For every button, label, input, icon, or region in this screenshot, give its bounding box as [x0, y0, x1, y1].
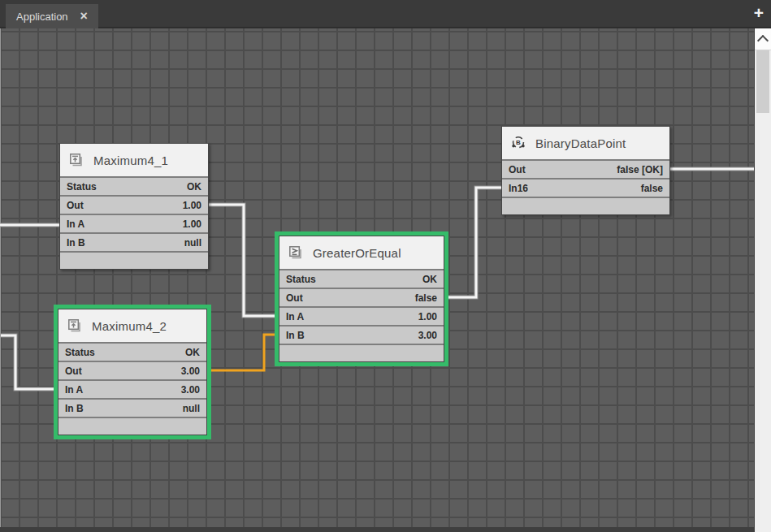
block-title: Maximum4_2	[92, 319, 167, 333]
port-label: In A	[67, 218, 84, 230]
port-label: Out	[67, 200, 84, 211]
maximum-icon	[68, 152, 84, 168]
port-value: false	[641, 183, 663, 194]
block-footer	[58, 418, 206, 435]
port-row-out[interactable]: Out3.00	[58, 362, 206, 381]
new-tab-button[interactable]: +	[754, 1, 764, 25]
port-label: Out	[509, 164, 526, 175]
port-label: In A	[65, 384, 83, 396]
port-row-out[interactable]: Outfalse [OK]	[502, 161, 669, 179]
port-value: null	[184, 237, 201, 249]
block-header[interactable]: Maximum4_1	[60, 144, 208, 178]
greater-or-equal-icon	[288, 244, 304, 261]
port-row-in-b[interactable]: In B3.00	[279, 327, 444, 345]
port-value: 1.00	[418, 311, 437, 322]
block-title: GreaterOrEqual	[313, 246, 401, 260]
port-label: In B	[286, 330, 305, 341]
svg-text:B: B	[516, 139, 521, 146]
port-label: Status	[286, 274, 316, 285]
port-label: Status	[67, 181, 97, 192]
tab-application[interactable]: Application ×	[6, 4, 98, 28]
port-row-in16[interactable]: In16false	[502, 179, 669, 198]
close-icon[interactable]: ×	[80, 10, 88, 23]
canvas-bottom-edge	[0, 527, 754, 532]
port-value: 1.00	[183, 218, 201, 230]
wire-sheet-window: Maximum4_1StatusOKOut1.00In A1.00In Bnul…	[0, 0, 771, 532]
port-label: Out	[65, 365, 82, 377]
port-row-in-b[interactable]: In Bnull	[60, 234, 208, 253]
block-header[interactable]: Maximum4_2	[58, 309, 206, 344]
port-value: OK	[422, 274, 437, 285]
port-label: In B	[65, 403, 84, 414]
port-label: In A	[286, 311, 304, 322]
port-row-status[interactable]: StatusOK	[60, 178, 208, 197]
block-footer	[60, 253, 208, 269]
block-footer	[502, 198, 669, 214]
vertical-scrollbar[interactable]	[754, 28, 771, 532]
block-maximum4_2[interactable]: Maximum4_2StatusOKOut3.00In A3.00In Bnul…	[58, 309, 207, 435]
binary-point-icon: B	[510, 135, 526, 151]
tab-bar: Application × +	[0, 0, 771, 28]
block-header[interactable]: GreaterOrEqual	[279, 236, 444, 270]
scrollbar-thumb[interactable]	[756, 50, 769, 113]
port-row-in-a[interactable]: In A3.00	[58, 381, 206, 400]
port-row-out[interactable]: Out1.00	[60, 197, 208, 215]
tab-label: Application	[16, 11, 68, 23]
port-value: null	[183, 403, 200, 414]
port-row-in-b[interactable]: In Bnull	[58, 400, 206, 418]
block-title: BinaryDataPoint	[535, 136, 626, 150]
port-value: false	[415, 292, 437, 304]
port-value: false [OK]	[617, 164, 663, 175]
port-row-out[interactable]: Outfalse	[279, 289, 444, 308]
port-label: Out	[286, 292, 303, 304]
chevron-up-icon	[757, 35, 769, 46]
block-maximum4_1[interactable]: Maximum4_1StatusOKOut1.00In A1.00In Bnul…	[59, 143, 209, 270]
port-value: 3.00	[181, 365, 200, 377]
port-value: 3.00	[418, 330, 437, 341]
port-row-status[interactable]: StatusOK	[279, 270, 444, 289]
maximum-icon	[67, 318, 83, 334]
port-row-in-a[interactable]: In A1.00	[279, 308, 444, 327]
port-label: In B	[67, 237, 85, 249]
port-value: 3.00	[181, 384, 200, 396]
block-greaterorequal[interactable]: GreaterOrEqualStatusOKOutfalseIn A1.00In…	[279, 236, 444, 362]
port-row-status[interactable]: StatusOK	[58, 344, 206, 362]
port-value: OK	[185, 347, 200, 358]
block-footer	[279, 345, 444, 361]
port-value: 1.00	[183, 200, 201, 211]
scroll-up-button[interactable]	[755, 28, 771, 50]
port-row-in-a[interactable]: In A1.00	[60, 215, 208, 234]
block-binarydatapoint[interactable]: BBinaryDataPointOutfalse [OK]In16false	[501, 126, 670, 215]
port-label: Status	[65, 347, 95, 358]
block-title: Maximum4_1	[93, 154, 168, 167]
port-value: OK	[187, 181, 201, 192]
port-label: In16	[509, 183, 528, 194]
block-header[interactable]: BBinaryDataPoint	[502, 127, 669, 161]
